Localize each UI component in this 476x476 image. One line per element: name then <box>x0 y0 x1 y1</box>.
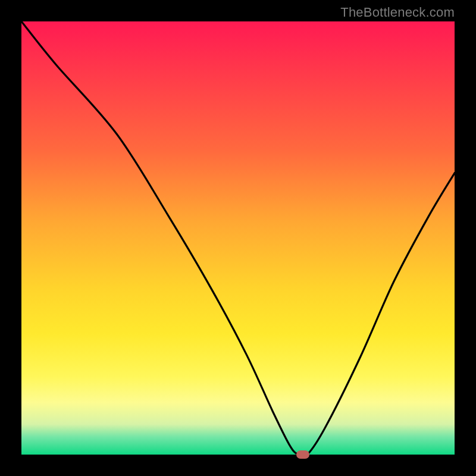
chart-frame: TheBottleneck.com <box>0 0 476 476</box>
bottleneck-curve <box>21 21 455 455</box>
watermark-text: TheBottleneck.com <box>340 5 455 20</box>
optimal-point-marker <box>296 450 309 459</box>
plot-area <box>21 21 455 455</box>
